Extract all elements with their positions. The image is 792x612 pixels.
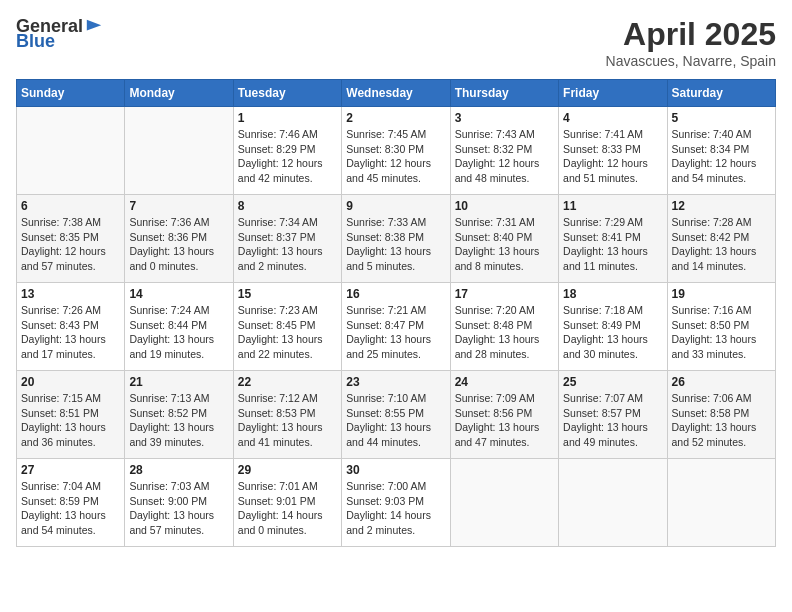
day-number: 29 <box>238 463 337 477</box>
day-number: 25 <box>563 375 662 389</box>
calendar-cell <box>667 459 775 547</box>
day-number: 30 <box>346 463 445 477</box>
day-info: Sunrise: 7:31 AM Sunset: 8:40 PM Dayligh… <box>455 215 554 274</box>
day-info: Sunrise: 7:13 AM Sunset: 8:52 PM Dayligh… <box>129 391 228 450</box>
calendar-row: 1Sunrise: 7:46 AM Sunset: 8:29 PM Daylig… <box>17 107 776 195</box>
calendar-cell: 16Sunrise: 7:21 AM Sunset: 8:47 PM Dayli… <box>342 283 450 371</box>
calendar-cell: 11Sunrise: 7:29 AM Sunset: 8:41 PM Dayli… <box>559 195 667 283</box>
day-number: 6 <box>21 199 120 213</box>
day-info: Sunrise: 7:10 AM Sunset: 8:55 PM Dayligh… <box>346 391 445 450</box>
day-number: 19 <box>672 287 771 301</box>
day-number: 27 <box>21 463 120 477</box>
calendar-cell <box>17 107 125 195</box>
calendar-cell: 15Sunrise: 7:23 AM Sunset: 8:45 PM Dayli… <box>233 283 341 371</box>
day-number: 16 <box>346 287 445 301</box>
calendar-cell: 30Sunrise: 7:00 AM Sunset: 9:03 PM Dayli… <box>342 459 450 547</box>
calendar-row: 27Sunrise: 7:04 AM Sunset: 8:59 PM Dayli… <box>17 459 776 547</box>
calendar-cell: 9Sunrise: 7:33 AM Sunset: 8:38 PM Daylig… <box>342 195 450 283</box>
day-info: Sunrise: 7:36 AM Sunset: 8:36 PM Dayligh… <box>129 215 228 274</box>
day-number: 2 <box>346 111 445 125</box>
calendar-cell: 3Sunrise: 7:43 AM Sunset: 8:32 PM Daylig… <box>450 107 558 195</box>
calendar-cell: 19Sunrise: 7:16 AM Sunset: 8:50 PM Dayli… <box>667 283 775 371</box>
calendar-cell: 27Sunrise: 7:04 AM Sunset: 8:59 PM Dayli… <box>17 459 125 547</box>
day-info: Sunrise: 7:29 AM Sunset: 8:41 PM Dayligh… <box>563 215 662 274</box>
calendar-cell: 29Sunrise: 7:01 AM Sunset: 9:01 PM Dayli… <box>233 459 341 547</box>
day-info: Sunrise: 7:43 AM Sunset: 8:32 PM Dayligh… <box>455 127 554 186</box>
weekday-header: Wednesday <box>342 80 450 107</box>
day-info: Sunrise: 7:45 AM Sunset: 8:30 PM Dayligh… <box>346 127 445 186</box>
day-info: Sunrise: 7:09 AM Sunset: 8:56 PM Dayligh… <box>455 391 554 450</box>
day-info: Sunrise: 7:04 AM Sunset: 8:59 PM Dayligh… <box>21 479 120 538</box>
svg-marker-0 <box>87 19 101 30</box>
calendar-cell: 1Sunrise: 7:46 AM Sunset: 8:29 PM Daylig… <box>233 107 341 195</box>
day-number: 26 <box>672 375 771 389</box>
day-info: Sunrise: 7:33 AM Sunset: 8:38 PM Dayligh… <box>346 215 445 274</box>
calendar-cell: 10Sunrise: 7:31 AM Sunset: 8:40 PM Dayli… <box>450 195 558 283</box>
calendar-cell <box>125 107 233 195</box>
day-info: Sunrise: 7:20 AM Sunset: 8:48 PM Dayligh… <box>455 303 554 362</box>
calendar-cell: 21Sunrise: 7:13 AM Sunset: 8:52 PM Dayli… <box>125 371 233 459</box>
calendar-cell <box>450 459 558 547</box>
weekday-header: Sunday <box>17 80 125 107</box>
day-info: Sunrise: 7:26 AM Sunset: 8:43 PM Dayligh… <box>21 303 120 362</box>
day-info: Sunrise: 7:38 AM Sunset: 8:35 PM Dayligh… <box>21 215 120 274</box>
logo-blue-text: Blue <box>16 31 55 52</box>
day-info: Sunrise: 7:01 AM Sunset: 9:01 PM Dayligh… <box>238 479 337 538</box>
calendar-row: 6Sunrise: 7:38 AM Sunset: 8:35 PM Daylig… <box>17 195 776 283</box>
day-number: 1 <box>238 111 337 125</box>
weekday-header: Tuesday <box>233 80 341 107</box>
day-number: 4 <box>563 111 662 125</box>
day-info: Sunrise: 7:07 AM Sunset: 8:57 PM Dayligh… <box>563 391 662 450</box>
calendar-cell: 20Sunrise: 7:15 AM Sunset: 8:51 PM Dayli… <box>17 371 125 459</box>
calendar-row: 13Sunrise: 7:26 AM Sunset: 8:43 PM Dayli… <box>17 283 776 371</box>
location-subtitle: Navascues, Navarre, Spain <box>606 53 776 69</box>
month-title: April 2025 <box>606 16 776 53</box>
calendar-cell: 6Sunrise: 7:38 AM Sunset: 8:35 PM Daylig… <box>17 195 125 283</box>
weekday-header: Thursday <box>450 80 558 107</box>
day-number: 3 <box>455 111 554 125</box>
logo-flag-icon <box>85 18 103 36</box>
calendar-cell: 4Sunrise: 7:41 AM Sunset: 8:33 PM Daylig… <box>559 107 667 195</box>
day-number: 12 <box>672 199 771 213</box>
day-info: Sunrise: 7:24 AM Sunset: 8:44 PM Dayligh… <box>129 303 228 362</box>
day-number: 7 <box>129 199 228 213</box>
calendar-cell: 13Sunrise: 7:26 AM Sunset: 8:43 PM Dayli… <box>17 283 125 371</box>
day-number: 15 <box>238 287 337 301</box>
logo: General Blue <box>16 16 103 52</box>
day-number: 14 <box>129 287 228 301</box>
day-number: 18 <box>563 287 662 301</box>
calendar-row: 20Sunrise: 7:15 AM Sunset: 8:51 PM Dayli… <box>17 371 776 459</box>
day-number: 9 <box>346 199 445 213</box>
day-info: Sunrise: 7:00 AM Sunset: 9:03 PM Dayligh… <box>346 479 445 538</box>
day-info: Sunrise: 7:23 AM Sunset: 8:45 PM Dayligh… <box>238 303 337 362</box>
day-number: 13 <box>21 287 120 301</box>
day-info: Sunrise: 7:41 AM Sunset: 8:33 PM Dayligh… <box>563 127 662 186</box>
day-number: 20 <box>21 375 120 389</box>
day-info: Sunrise: 7:46 AM Sunset: 8:29 PM Dayligh… <box>238 127 337 186</box>
calendar-cell: 28Sunrise: 7:03 AM Sunset: 9:00 PM Dayli… <box>125 459 233 547</box>
calendar-cell: 18Sunrise: 7:18 AM Sunset: 8:49 PM Dayli… <box>559 283 667 371</box>
day-number: 21 <box>129 375 228 389</box>
day-number: 24 <box>455 375 554 389</box>
calendar-cell: 24Sunrise: 7:09 AM Sunset: 8:56 PM Dayli… <box>450 371 558 459</box>
calendar-cell: 5Sunrise: 7:40 AM Sunset: 8:34 PM Daylig… <box>667 107 775 195</box>
header: General Blue April 2025 Navascues, Navar… <box>16 16 776 69</box>
weekday-header: Monday <box>125 80 233 107</box>
day-info: Sunrise: 7:28 AM Sunset: 8:42 PM Dayligh… <box>672 215 771 274</box>
title-area: April 2025 Navascues, Navarre, Spain <box>606 16 776 69</box>
calendar-table: SundayMondayTuesdayWednesdayThursdayFrid… <box>16 79 776 547</box>
calendar-cell: 14Sunrise: 7:24 AM Sunset: 8:44 PM Dayli… <box>125 283 233 371</box>
day-info: Sunrise: 7:40 AM Sunset: 8:34 PM Dayligh… <box>672 127 771 186</box>
calendar-cell: 17Sunrise: 7:20 AM Sunset: 8:48 PM Dayli… <box>450 283 558 371</box>
day-number: 23 <box>346 375 445 389</box>
calendar-cell: 7Sunrise: 7:36 AM Sunset: 8:36 PM Daylig… <box>125 195 233 283</box>
day-info: Sunrise: 7:03 AM Sunset: 9:00 PM Dayligh… <box>129 479 228 538</box>
day-info: Sunrise: 7:21 AM Sunset: 8:47 PM Dayligh… <box>346 303 445 362</box>
day-info: Sunrise: 7:15 AM Sunset: 8:51 PM Dayligh… <box>21 391 120 450</box>
day-info: Sunrise: 7:16 AM Sunset: 8:50 PM Dayligh… <box>672 303 771 362</box>
day-info: Sunrise: 7:12 AM Sunset: 8:53 PM Dayligh… <box>238 391 337 450</box>
day-number: 22 <box>238 375 337 389</box>
day-number: 11 <box>563 199 662 213</box>
day-info: Sunrise: 7:18 AM Sunset: 8:49 PM Dayligh… <box>563 303 662 362</box>
calendar-cell: 22Sunrise: 7:12 AM Sunset: 8:53 PM Dayli… <box>233 371 341 459</box>
